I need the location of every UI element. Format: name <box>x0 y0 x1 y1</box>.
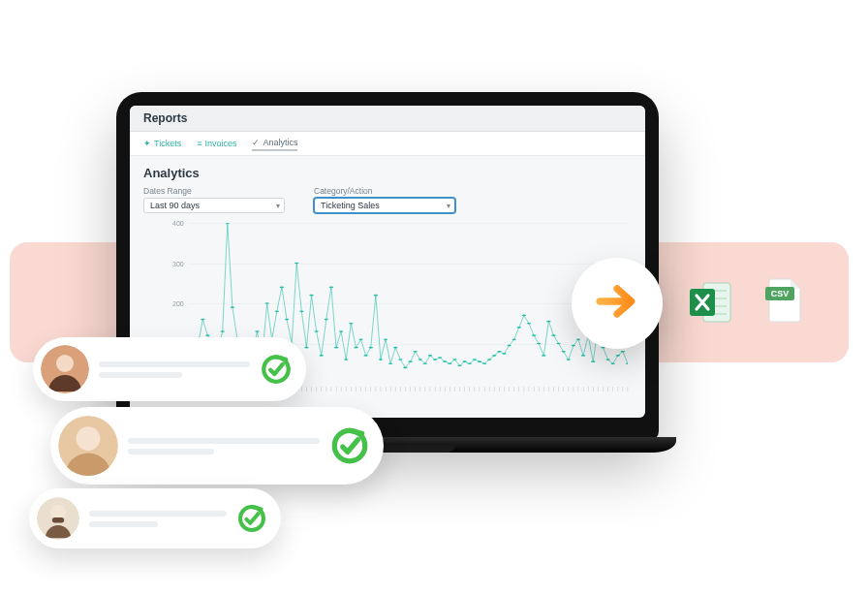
svg-point-56 <box>462 360 467 362</box>
dates-range-value: Last 90 days <box>150 201 200 210</box>
svg-point-30 <box>334 347 339 349</box>
svg-point-35 <box>358 339 363 341</box>
analytics-icon: ✓ <box>252 138 260 147</box>
svg-point-82 <box>591 360 596 362</box>
svg-point-99 <box>56 355 74 372</box>
checkmark-icon <box>329 425 370 466</box>
svg-point-38 <box>374 295 379 297</box>
svg-point-37 <box>368 347 373 349</box>
svg-point-80 <box>581 355 586 357</box>
svg-point-67 <box>517 327 522 329</box>
svg-point-33 <box>349 323 354 325</box>
svg-point-73 <box>546 321 551 323</box>
svg-point-71 <box>537 343 542 345</box>
svg-text:CSV: CSV <box>771 289 790 298</box>
svg-point-18 <box>275 310 280 312</box>
svg-point-46 <box>413 351 418 353</box>
dates-range-label: Dates Range <box>143 186 285 196</box>
tab-tickets[interactable]: ✦ Tickets <box>143 136 181 151</box>
checkmark-icon <box>260 353 293 386</box>
dates-range-select[interactable]: Last 90 days <box>143 198 285 213</box>
svg-point-19 <box>280 287 285 289</box>
user-card-text-skeleton <box>89 511 227 527</box>
svg-point-4 <box>205 334 210 336</box>
invoice-icon: ≡ <box>197 139 202 148</box>
export-arrow-bubble <box>572 258 663 349</box>
user-card-1 <box>33 337 306 401</box>
svg-point-102 <box>77 426 101 451</box>
svg-point-45 <box>408 360 413 362</box>
svg-point-29 <box>329 287 334 289</box>
checkmark-icon <box>236 503 267 534</box>
page-title: Reports <box>143 111 632 125</box>
svg-point-89 <box>626 362 628 364</box>
svg-point-78 <box>572 345 576 347</box>
svg-point-72 <box>542 355 546 357</box>
avatar <box>37 497 79 540</box>
csv-icon: CSV <box>765 277 804 324</box>
svg-point-44 <box>403 367 408 369</box>
svg-point-87 <box>616 355 621 357</box>
filter-category: Category/Action Ticketing Sales <box>314 186 455 213</box>
svg-point-24 <box>304 347 309 349</box>
svg-point-9 <box>231 306 235 308</box>
filter-dates: Dates Range Last 90 days <box>143 186 285 213</box>
user-card-text-skeleton <box>99 361 250 378</box>
svg-point-14 <box>255 330 260 332</box>
svg-point-65 <box>507 345 512 347</box>
svg-point-28 <box>325 319 329 321</box>
svg-point-23 <box>299 310 304 312</box>
svg-point-63 <box>497 351 502 353</box>
svg-rect-106 <box>52 517 64 522</box>
svg-point-66 <box>512 339 516 341</box>
svg-point-26 <box>314 330 319 332</box>
svg-point-59 <box>478 360 482 362</box>
user-card-text-skeleton <box>128 438 320 454</box>
tab-analytics[interactable]: ✓ Analytics <box>252 136 297 151</box>
excel-icon <box>688 279 734 326</box>
tab-tickets-label: Tickets <box>154 139 181 148</box>
category-action-label: Category/Action <box>314 186 455 196</box>
tab-analytics-label: Analytics <box>263 138 297 147</box>
svg-point-41 <box>388 362 393 364</box>
tab-invoices-label: Invoices <box>204 139 236 148</box>
page-header: Reports <box>130 106 645 132</box>
svg-point-32 <box>344 359 349 360</box>
svg-point-54 <box>452 359 457 360</box>
avatar <box>58 416 118 476</box>
svg-point-61 <box>487 359 492 360</box>
svg-point-79 <box>576 339 581 341</box>
svg-point-57 <box>467 362 472 364</box>
svg-point-70 <box>532 334 537 336</box>
svg-point-49 <box>428 355 433 357</box>
user-card-3 <box>29 488 281 548</box>
ticket-icon: ✦ <box>143 139 151 148</box>
svg-point-58 <box>473 359 478 360</box>
svg-point-7 <box>220 330 225 332</box>
svg-point-76 <box>561 351 566 353</box>
section-title: Analytics <box>143 166 632 180</box>
tab-invoices[interactable]: ≡ Invoices <box>197 136 236 151</box>
svg-point-16 <box>264 302 269 304</box>
svg-point-51 <box>438 357 443 359</box>
svg-point-53 <box>448 362 452 364</box>
svg-point-50 <box>433 359 438 360</box>
user-card-2 <box>50 407 384 485</box>
avatar <box>41 345 89 393</box>
category-action-select[interactable]: Ticketing Sales <box>314 198 455 213</box>
svg-point-36 <box>363 355 368 357</box>
svg-point-27 <box>319 355 324 357</box>
svg-point-43 <box>398 359 403 360</box>
svg-point-39 <box>379 359 384 360</box>
svg-point-34 <box>354 347 358 349</box>
svg-point-85 <box>605 359 610 360</box>
svg-point-3 <box>201 319 205 321</box>
svg-point-31 <box>339 330 344 332</box>
svg-point-8 <box>226 223 231 224</box>
svg-point-25 <box>309 295 314 297</box>
svg-point-48 <box>423 362 428 364</box>
y-axis-tick: 300 <box>172 260 184 266</box>
y-axis-tick: 200 <box>172 300 184 307</box>
arrow-right-icon <box>592 276 642 330</box>
svg-point-42 <box>393 347 398 349</box>
